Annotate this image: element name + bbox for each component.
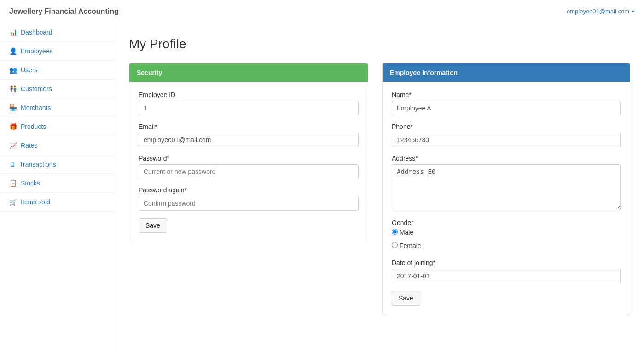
employee-panel: Employee Information Name* Phone* Addres… xyxy=(382,63,630,315)
address-group: Address* Address E0 xyxy=(392,155,621,212)
phone-input[interactable] xyxy=(392,133,621,147)
name-input[interactable] xyxy=(392,101,621,115)
doj-group: Date of joining* xyxy=(392,259,621,283)
sidebar: 📊Dashboard👤Employees👥Users👫Customers🏪Mer… xyxy=(0,23,115,352)
user-menu[interactable]: employee01@mail.com xyxy=(567,8,635,15)
sidebar-item-transactions[interactable]: 🖥Transactions xyxy=(0,155,115,174)
sidebar-item-dashboard[interactable]: 📊Dashboard xyxy=(0,23,115,42)
gender-male-label: Male xyxy=(400,229,413,236)
rates-icon: 📈 xyxy=(9,142,17,149)
sidebar-item-employees[interactable]: 👤Employees xyxy=(0,42,115,61)
employees-icon: 👤 xyxy=(9,47,17,55)
cards-row: Security Employee ID Email* Password* xyxy=(129,63,630,315)
security-panel: Security Employee ID Email* Password* xyxy=(129,63,368,242)
security-save-button[interactable]: Save xyxy=(139,218,167,233)
name-group: Name* xyxy=(392,91,621,115)
sidebar-item-label-transactions: Transactions xyxy=(19,161,56,168)
sidebar-item-label-users: Users xyxy=(21,66,38,74)
sidebar-item-users[interactable]: 👥Users xyxy=(0,61,115,80)
email-input[interactable] xyxy=(139,133,359,147)
gender-male-option[interactable]: Male xyxy=(392,229,621,236)
email-label: Email* xyxy=(139,123,359,130)
password-input[interactable] xyxy=(139,164,359,179)
users-icon: 👥 xyxy=(9,66,17,74)
items-sold-icon: 🛒 xyxy=(9,198,17,206)
sidebar-item-label-employees: Employees xyxy=(21,47,52,55)
sidebar-item-rates[interactable]: 📈Rates xyxy=(0,136,115,155)
employee-panel-header: Employee Information xyxy=(383,63,630,82)
doj-input[interactable] xyxy=(392,269,621,283)
employee-save-button[interactable]: Save xyxy=(392,291,420,306)
navbar: Jewellery Financial Accounting employee0… xyxy=(0,0,644,23)
dropdown-caret-icon xyxy=(631,11,635,12)
sidebar-item-items-sold[interactable]: 🛒Items sold xyxy=(0,193,115,212)
doj-label: Date of joining* xyxy=(392,259,621,266)
address-label: Address* xyxy=(392,155,621,162)
gender-female-radio[interactable] xyxy=(392,242,398,248)
security-panel-header: Security xyxy=(129,63,368,82)
transactions-icon: 🖥 xyxy=(9,161,16,168)
stocks-icon: 📋 xyxy=(9,179,17,187)
gender-group: Gender Male Female xyxy=(392,219,621,252)
password-again-group: Password again* xyxy=(139,186,359,211)
merchants-icon: 🏪 xyxy=(9,104,17,111)
password-again-label: Password again* xyxy=(139,186,359,194)
sidebar-item-label-items-sold: Items sold xyxy=(21,198,50,206)
gender-label: Gender xyxy=(392,219,621,226)
customers-icon: 👫 xyxy=(9,85,17,92)
gender-female-option[interactable]: Female xyxy=(392,242,621,249)
address-input[interactable]: Address E0 xyxy=(392,164,621,210)
phone-group: Phone* xyxy=(392,123,621,147)
layout: 📊Dashboard👤Employees👥Users👫Customers🏪Mer… xyxy=(0,23,644,352)
sidebar-item-products[interactable]: 🎁Products xyxy=(0,117,115,136)
sidebar-item-label-merchants: Merchants xyxy=(21,104,51,111)
employee-id-input[interactable] xyxy=(139,101,359,115)
password-group: Password* xyxy=(139,155,359,179)
user-email: employee01@mail.com xyxy=(567,8,629,15)
password-label: Password* xyxy=(139,155,359,162)
email-group: Email* xyxy=(139,123,359,147)
employee-panel-body: Name* Phone* Address* Address E0 Gender xyxy=(383,82,630,315)
dashboard-icon: 📊 xyxy=(9,29,17,36)
main-content: My Profile Security Employee ID Email* P… xyxy=(115,23,644,352)
sidebar-item-label-dashboard: Dashboard xyxy=(21,29,52,36)
sidebar-item-customers[interactable]: 👫Customers xyxy=(0,80,115,98)
password-again-input[interactable] xyxy=(139,196,359,211)
gender-radio-group: Male Female xyxy=(392,229,621,252)
sidebar-item-label-stocks: Stocks xyxy=(21,179,40,187)
sidebar-item-label-products: Products xyxy=(21,123,46,130)
phone-label: Phone* xyxy=(392,123,621,130)
sidebar-item-label-customers: Customers xyxy=(21,85,52,92)
employee-id-group: Employee ID xyxy=(139,91,359,115)
sidebar-item-label-rates: Rates xyxy=(21,142,38,149)
app-title: Jewellery Financial Accounting xyxy=(9,7,119,16)
products-icon: 🎁 xyxy=(9,123,17,130)
gender-female-label: Female xyxy=(400,242,421,249)
page-title: My Profile xyxy=(129,37,630,52)
sidebar-item-stocks[interactable]: 📋Stocks xyxy=(0,174,115,193)
sidebar-item-merchants[interactable]: 🏪Merchants xyxy=(0,98,115,117)
employee-id-label: Employee ID xyxy=(139,91,359,98)
security-panel-body: Employee ID Email* Password* Password ag… xyxy=(129,82,368,242)
name-label: Name* xyxy=(392,91,621,98)
gender-male-radio[interactable] xyxy=(392,229,398,235)
